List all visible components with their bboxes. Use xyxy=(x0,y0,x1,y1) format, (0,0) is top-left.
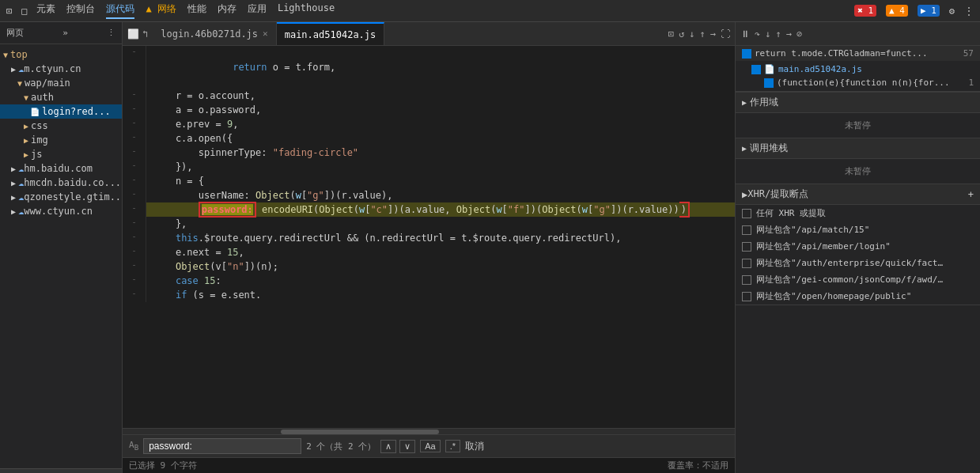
refresh-icon[interactable]: ↺ xyxy=(679,28,684,40)
match-case-btn[interactable]: Aa xyxy=(420,440,440,452)
step-out-icon[interactable]: ↑ xyxy=(775,28,781,40)
xhr-checkbox-0[interactable] xyxy=(742,209,751,218)
folder-icon-5: ▶ xyxy=(24,136,28,145)
tree-item-js[interactable]: ▶ js xyxy=(0,147,122,161)
dock-icon[interactable]: □ xyxy=(21,6,27,17)
close-tab-login[interactable]: ✕ xyxy=(263,28,268,39)
pause-icon[interactable]: ⏸ xyxy=(740,28,750,40)
regex-btn[interactable]: .* xyxy=(445,440,460,452)
search-down-btn[interactable]: ∨ xyxy=(399,440,415,453)
deactivate-icon[interactable]: ⊘ xyxy=(796,28,802,40)
sidebar-expand[interactable]: » xyxy=(62,28,68,38)
tab-main[interactable]: main.ad51042a.js xyxy=(277,22,385,46)
file-icon: 📄 xyxy=(30,108,40,116)
xhr-text-1: 网址包含"/api/match/15" xyxy=(756,224,869,236)
breakpoint-checkbox-2[interactable] xyxy=(764,78,774,88)
xhr-checkbox-4[interactable] xyxy=(742,275,751,285)
line-content-11: }, xyxy=(146,217,735,231)
cloud-icon-4: ☁ xyxy=(18,191,24,202)
menu-network[interactable]: ▲ 网络 xyxy=(146,2,176,19)
tree-item-mctyun[interactable]: ▶ ☁ m.ctyun.cn xyxy=(0,62,122,76)
menu-application[interactable]: 应用 xyxy=(248,2,267,19)
xhr-text-2: 网址包含"/api/member/login" xyxy=(756,240,891,252)
code-line-15: - case 15: xyxy=(123,274,735,288)
xhr-checkbox-2[interactable] xyxy=(742,242,751,252)
format-icon[interactable]: ⊡ xyxy=(668,28,674,40)
more-icon[interactable]: ⋮ xyxy=(964,6,974,17)
menu-sources[interactable]: 源代码 xyxy=(106,2,134,19)
callstack-content: 未暂停 xyxy=(736,159,980,184)
search-up-btn[interactable]: ∧ xyxy=(380,440,396,453)
tab-list-icon[interactable]: ⬜ xyxy=(127,28,139,40)
code-search-input[interactable]: password: xyxy=(143,438,301,454)
tree-item-top[interactable]: ▼ top xyxy=(0,47,122,62)
tabs-bar: ⬜ ↰ login.46b0271d.js ✕ main.ad51042a.js… xyxy=(123,22,735,46)
step-icon[interactable]: → xyxy=(786,28,792,40)
tree-item-img[interactable]: ▶ img xyxy=(0,133,122,147)
info-badge[interactable]: ▶ 1 xyxy=(918,5,940,17)
menu-lighthouse[interactable]: Lighthouse xyxy=(278,2,335,19)
tree-label-js: js xyxy=(31,149,42,160)
callstack-title: 调用堆栈 xyxy=(750,142,788,155)
forward-icon[interactable]: → xyxy=(710,28,716,40)
xhr-text-3: 网址包含"/auth/enterprise/quick/factorAccoun… xyxy=(756,257,946,269)
breakpoint-file-icon: 📄 xyxy=(764,64,775,74)
menu-bar: 元素 控制台 源代码 ▲ 网络 性能 内存 应用 Lighthouse xyxy=(36,2,335,19)
xhr-checkbox-5[interactable] xyxy=(742,292,751,301)
cloud-icon-3: ☁ xyxy=(18,177,24,188)
line-content-15: case 15: xyxy=(146,274,735,288)
sidebar-menu[interactable]: ⋮ xyxy=(107,28,115,38)
tree-item-wapmain[interactable]: ▼ wap/main xyxy=(0,76,122,90)
folder-icon: ▼ xyxy=(3,51,8,59)
xhr-checkbox-3[interactable] xyxy=(742,259,751,268)
expand-icon: ▶ xyxy=(11,65,16,74)
breakpoint-checkbox-1[interactable] xyxy=(742,49,751,59)
fullscreen-icon[interactable]: ⛶ xyxy=(721,28,730,40)
search-cancel-btn[interactable]: 取消 xyxy=(465,440,484,453)
tree-label-img: img xyxy=(31,134,48,146)
step-into-icon[interactable]: ↓ xyxy=(765,28,770,40)
search-count: 2 个（共 2 个） xyxy=(306,441,376,452)
tree-item-wwwctyun[interactable]: ▶ ☁ www.ctyun.cn xyxy=(0,204,122,218)
breakpoint-file-entry: 📄 main.ad51042a.js xyxy=(751,62,974,76)
menu-performance[interactable]: 性能 xyxy=(187,2,206,19)
tree-item-hmcdn[interactable]: ▶ ☁ hmcdn.baidu.co... xyxy=(0,176,122,190)
up-icon[interactable]: ↑ xyxy=(700,28,706,40)
step-over-icon[interactable]: ↷ xyxy=(755,28,760,40)
right-panel: ⏸ ↷ ↓ ↑ → ⊘ return t.mode.CTRGladman=fun… xyxy=(735,22,980,473)
menu-elements[interactable]: 元素 xyxy=(36,2,55,19)
line-content-7: }), xyxy=(146,160,735,174)
code-scroll[interactable]: - return o = t.form, - r = o.account, - … xyxy=(123,46,735,428)
scope-header[interactable]: ▶ 作用域 xyxy=(736,93,980,113)
tree-item-login[interactable]: 📄 login?red... xyxy=(0,104,122,119)
settings-icon[interactable]: ⚙ xyxy=(949,6,955,17)
breakpoint-checkbox-file[interactable] xyxy=(751,65,761,74)
breakpoint-entry-1: return t.mode.CTRGladman=funct... 57 xyxy=(736,46,980,61)
code-line-2: - r = o.account, xyxy=(123,89,735,103)
horizontal-scrollbar[interactable] xyxy=(123,428,735,434)
menu-console[interactable]: 控制台 xyxy=(66,2,95,19)
tab-back-icon[interactable]: ↰ xyxy=(142,28,148,40)
folder-icon-4: ▶ xyxy=(24,122,28,131)
warning-badge[interactable]: ▲ 4 xyxy=(886,5,908,17)
expand-icon-5: ▶ xyxy=(11,207,16,216)
xhr-add-icon[interactable]: + xyxy=(968,189,974,200)
xhr-checkbox-1[interactable] xyxy=(742,225,751,235)
menu-memory[interactable]: 内存 xyxy=(218,2,236,19)
breakpoint-text-2: (function(e){function n(n){for... xyxy=(777,78,965,88)
tree-item-hmbaidu[interactable]: ▶ ☁ hm.baidu.com xyxy=(0,161,122,176)
down-icon[interactable]: ↓ xyxy=(689,28,694,40)
xhr-item-1: 网址包含"/api/match/15" xyxy=(736,221,980,238)
tab-login[interactable]: login.46b0271d.js ✕ xyxy=(153,22,276,46)
xhr-item-5: 网址包含"/open/homepage/public" xyxy=(736,288,980,305)
tree-item-auth[interactable]: ▼ auth xyxy=(0,90,122,104)
error-badge[interactable]: ✖ 1 xyxy=(854,5,876,17)
callstack-header[interactable]: ▶ 调用堆栈 xyxy=(736,138,980,159)
xhr-section: ▶ XHR/提取断点 + 任何 XHR 或提取 网址包含"/api/match/… xyxy=(736,184,980,305)
search-nav-buttons: ∧ ∨ xyxy=(380,440,415,453)
tree-item-css[interactable]: ▶ css xyxy=(0,119,122,133)
code-line-1: - return o = t.form, xyxy=(123,46,735,89)
tree-item-qzone[interactable]: ▶ ☁ qzonestyle.gtim... xyxy=(0,190,122,204)
line-gutter-11: - xyxy=(123,217,146,231)
sidebar-resize-handle[interactable] xyxy=(0,468,122,473)
